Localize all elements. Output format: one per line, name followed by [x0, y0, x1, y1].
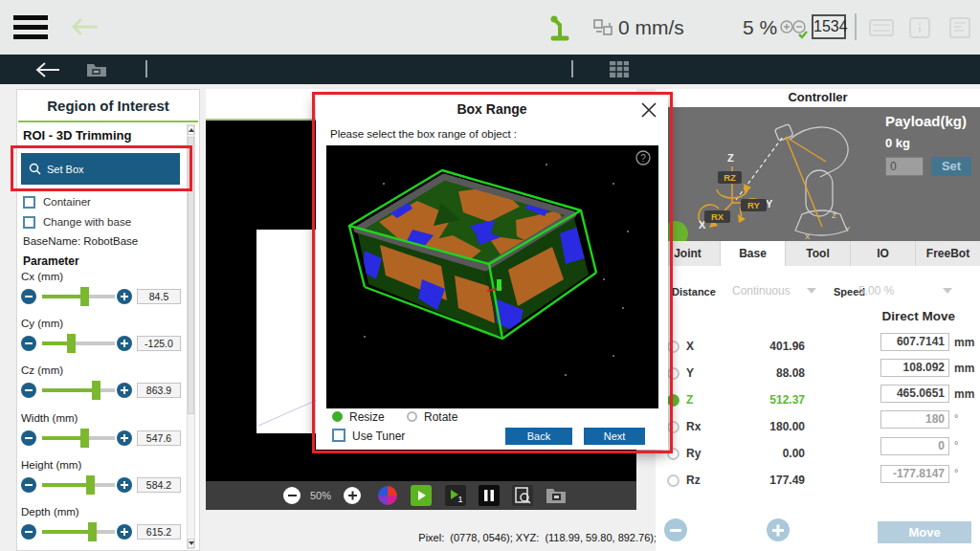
decrease-button[interactable]	[21, 383, 36, 398]
slider-track[interactable]	[42, 530, 115, 534]
set-box-button[interactable]: Set Box	[21, 153, 180, 185]
tab-tool[interactable]: Tool	[785, 241, 850, 266]
slider-value[interactable]: 615.2	[137, 524, 181, 540]
run-button[interactable]	[411, 485, 432, 506]
slider-track[interactable]	[42, 295, 115, 298]
payload-input[interactable]: 0	[885, 157, 924, 176]
rotate-label[interactable]: Rotate	[424, 410, 457, 424]
axis-radio-z[interactable]	[667, 394, 679, 407]
axis-radio-y[interactable]	[667, 367, 679, 380]
decrease-button[interactable]	[21, 336, 36, 351]
chevron-down-icon[interactable]	[807, 288, 816, 294]
slider-handle[interactable]	[88, 522, 97, 541]
slider-value[interactable]: 863.9	[137, 383, 181, 398]
slider-value[interactable]: 547.6	[137, 430, 181, 446]
rotate-radio[interactable]	[407, 411, 417, 422]
next-button[interactable]: Next	[584, 428, 645, 445]
container-checkbox[interactable]	[23, 196, 35, 209]
zoom-out-button[interactable]	[283, 487, 301, 504]
slider-value[interactable]: 584.2	[137, 477, 181, 493]
container-label: Container	[43, 196, 91, 208]
use-tuner-checkbox[interactable]	[332, 429, 345, 442]
decrease-button[interactable]	[21, 524, 36, 540]
target-x-input[interactable]: 607.7141	[880, 333, 949, 351]
back-button[interactable]: Back	[505, 428, 572, 445]
jog-plus-button[interactable]	[767, 518, 790, 541]
unit-label: °	[954, 412, 958, 424]
target-ry-input[interactable]: 0	[880, 437, 949, 455]
speed-dropdown[interactable]: 5.00 %	[858, 284, 894, 298]
preview-search-icon[interactable]	[512, 485, 533, 506]
distance-mode-dropdown[interactable]: Continuous	[732, 284, 791, 298]
jog-minus-button[interactable]	[664, 518, 687, 541]
increase-button[interactable]	[117, 289, 132, 304]
decrease-button[interactable]	[21, 289, 36, 304]
box-range-3d-view[interactable]: ?	[326, 145, 658, 408]
pixel-status-readout: Pixel: (0778, 0546); XYZ: (118.99, 59.80…	[287, 532, 657, 543]
counter-value[interactable]: 1534	[812, 14, 846, 39]
zoom-in-button[interactable]	[344, 487, 361, 504]
slider-handle[interactable]	[80, 429, 89, 448]
axis-value: 180.00	[713, 420, 805, 433]
axis-radio-rx[interactable]	[667, 421, 679, 433]
distance-label: Distance	[672, 286, 716, 298]
increase-button[interactable]	[117, 383, 132, 398]
speed-adjust-icon[interactable]	[779, 19, 810, 40]
target-y-input[interactable]: 108.092	[880, 359, 949, 377]
axis-radio-rz[interactable]	[667, 474, 679, 487]
change-with-base-checkbox-row[interactable]: Change with base	[23, 215, 131, 229]
resize-label[interactable]: Resize	[349, 410, 385, 424]
container-checkbox-row[interactable]: Container	[23, 195, 91, 209]
slider-value[interactable]: -125.0	[137, 336, 181, 351]
tab-base[interactable]: Base	[720, 241, 785, 266]
close-icon[interactable]	[639, 100, 658, 120]
slider-handle[interactable]	[67, 334, 76, 353]
menu-icon[interactable]	[13, 15, 48, 40]
info-icon-disabled	[909, 17, 930, 38]
target-z-input[interactable]: 465.0651	[880, 385, 949, 403]
axis-radio-ry[interactable]	[667, 448, 679, 460]
pause-button[interactable]	[479, 485, 500, 506]
robot-status-icon[interactable]	[547, 13, 572, 42]
color-mode-icon[interactable]	[377, 485, 398, 506]
scroll-down-button[interactable]	[188, 539, 194, 548]
resize-radio[interactable]	[332, 411, 343, 422]
decrease-button[interactable]	[21, 430, 36, 446]
tab-io[interactable]: IO	[850, 241, 915, 266]
slider-label: Cx (mm)	[21, 271, 186, 286]
run-once-button[interactable]: 1	[445, 485, 466, 506]
move-button[interactable]: Move	[878, 521, 971, 543]
increase-button[interactable]	[117, 430, 132, 446]
keyboard-icon-disabled	[869, 19, 894, 36]
slider-value[interactable]: 84.5	[137, 289, 181, 304]
target-rx-input[interactable]: 180	[880, 410, 949, 429]
slider-track[interactable]	[42, 436, 115, 440]
change-with-base-checkbox[interactable]	[23, 216, 35, 229]
scroll-up-button[interactable]	[188, 125, 194, 135]
back-icon[interactable]	[34, 60, 61, 79]
payload-set-button[interactable]: Set	[931, 157, 971, 176]
project-folder-icon[interactable]	[86, 61, 107, 77]
slider-track[interactable]	[42, 483, 115, 487]
increase-button[interactable]	[117, 336, 132, 351]
slider-track[interactable]	[42, 388, 115, 392]
save-image-icon[interactable]	[546, 485, 567, 506]
increase-button[interactable]	[117, 524, 132, 540]
increase-button[interactable]	[117, 477, 132, 493]
top-toolbar: 0 mm/s 5 % 1534	[0, 0, 980, 55]
chevron-down-icon[interactable]	[943, 288, 952, 294]
scrollbar-thumb[interactable]	[188, 137, 194, 414]
use-tuner-label[interactable]: Use Tuner	[352, 430, 405, 443]
slider-handle[interactable]	[92, 381, 100, 400]
slider-handle[interactable]	[80, 287, 89, 306]
target-rz-input[interactable]: -177.8147	[880, 465, 949, 483]
axis-radio-x[interactable]	[667, 341, 679, 353]
tab-freebot[interactable]: FreeBot	[915, 241, 980, 266]
slider-handle[interactable]	[86, 475, 95, 495]
axis-z-label: Z	[727, 152, 734, 164]
slider-track[interactable]	[42, 342, 115, 345]
table-icon[interactable]	[610, 61, 629, 77]
panel-scrollbar[interactable]	[187, 124, 195, 549]
slider-cy: Cy (mm) -125.0	[21, 318, 186, 354]
decrease-button[interactable]	[21, 477, 36, 493]
